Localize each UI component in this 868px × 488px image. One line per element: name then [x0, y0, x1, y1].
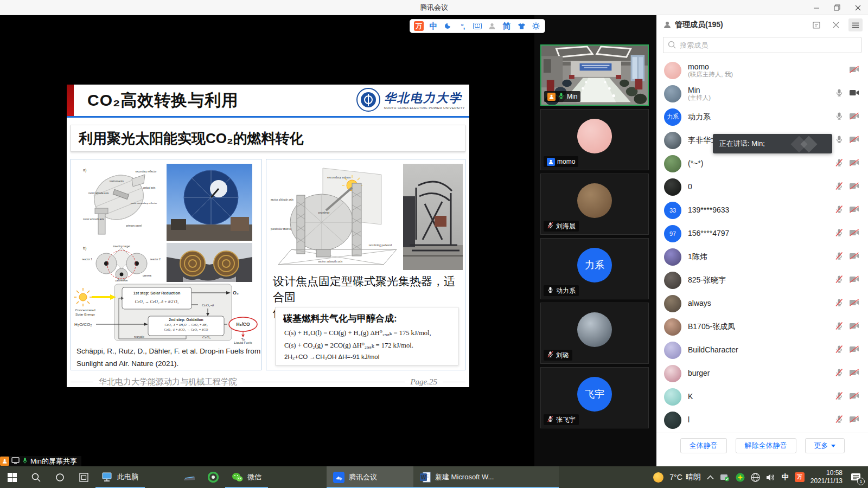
member-row[interactable]: 1陈炜 — [656, 245, 868, 268]
taskbar-clock[interactable]: 10:58 2021/11/13 — [810, 469, 843, 485]
member-camera-icon[interactable] — [849, 112, 859, 122]
member-mic-icon[interactable] — [835, 205, 844, 216]
sogou-tray-icon[interactable]: 万 — [795, 472, 805, 482]
video-tile[interactable]: 力系 动力系 — [540, 238, 649, 299]
member-row[interactable]: (*~*) — [656, 152, 868, 175]
member-row[interactable]: 0 — [656, 175, 868, 198]
video-tile[interactable]: 刘海晨 — [540, 174, 649, 235]
member-camera-icon[interactable] — [849, 206, 859, 215]
member-mic-icon[interactable] — [835, 391, 844, 402]
ime-chinese-mode-icon[interactable]: 中 — [429, 21, 438, 31]
member-row[interactable]: 33 139****9633 — [656, 198, 868, 222]
member-mic-icon[interactable] — [835, 182, 844, 192]
volume-tray-icon[interactable] — [766, 473, 776, 481]
member-row[interactable]: BuildCharacter — [656, 338, 868, 362]
member-mic-icon[interactable] — [835, 298, 844, 309]
member-camera-icon[interactable] — [849, 345, 859, 355]
member-row[interactable]: always — [656, 292, 868, 315]
ime-toolbar[interactable]: 万 中 °, 简 — [410, 19, 545, 33]
start-button[interactable] — [0, 466, 24, 488]
member-camera-icon[interactable] — [849, 369, 859, 378]
svg-text:revolving pedestal: revolving pedestal — [369, 243, 392, 247]
ime-simplified-icon[interactable]: 简 — [502, 21, 512, 31]
member-camera-icon[interactable] — [849, 275, 859, 285]
mute-all-button[interactable]: 全体静音 — [680, 438, 727, 453]
network-globe-tray-icon[interactable] — [751, 473, 760, 482]
member-camera-icon[interactable] — [849, 182, 859, 192]
caret-down-icon — [831, 445, 835, 447]
member-row[interactable]: Min (主持人) — [656, 82, 868, 105]
weather-sun-icon[interactable] — [653, 472, 663, 483]
member-camera-icon[interactable] — [849, 89, 859, 99]
panel-menu-icon[interactable] — [848, 18, 863, 31]
video-tile[interactable]: momo — [540, 109, 649, 170]
member-mic-icon[interactable] — [835, 112, 844, 123]
member-camera-icon[interactable] — [849, 322, 859, 332]
member-name: burger — [688, 369, 710, 377]
member-row[interactable]: 力系 动力系 — [656, 105, 868, 129]
member-avatar: 97 — [664, 225, 681, 242]
ime-punctuation-icon[interactable]: °, — [458, 21, 468, 31]
member-camera-icon[interactable] — [849, 66, 859, 75]
sogou-logo-icon[interactable]: 万 — [414, 21, 424, 31]
restore-button[interactable] — [827, 0, 847, 15]
close-button[interactable] — [847, 0, 868, 15]
member-camera-icon[interactable] — [849, 229, 859, 239]
video-tile[interactable]: 刘璐 — [540, 303, 649, 364]
member-mic-icon[interactable] — [835, 228, 844, 239]
taskbar-search-icon[interactable] — [24, 466, 48, 488]
member-mic-icon[interactable] — [835, 158, 844, 169]
member-camera-icon[interactable] — [849, 252, 859, 262]
task-view-icon[interactable] — [72, 466, 95, 488]
member-row[interactable]: momo (联席主持人, 我) — [656, 59, 868, 82]
ime-indicator[interactable]: 中 — [782, 472, 789, 482]
member-mic-icon[interactable] — [835, 415, 844, 426]
green-plus-tray-icon[interactable] — [736, 473, 745, 482]
member-mic-icon[interactable] — [835, 88, 844, 99]
close-panel-icon[interactable] — [829, 18, 843, 31]
member-mic-icon[interactable] — [835, 135, 844, 146]
member-camera-icon[interactable] — [849, 392, 859, 402]
member-row[interactable]: B1705-张成凤 — [656, 315, 868, 338]
member-row[interactable]: l — [656, 408, 868, 432]
member-avatar — [664, 132, 681, 149]
ime-fullhalf-moon-icon[interactable] — [443, 21, 453, 31]
cortana-icon[interactable] — [48, 466, 72, 488]
popout-panel-icon[interactable] — [809, 18, 824, 31]
ime-skin-icon[interactable] — [516, 21, 526, 31]
svg-text:Solar Energy: Solar Energy — [75, 312, 95, 316]
browser-360-icon[interactable] — [201, 466, 225, 488]
member-name: 156****4797 — [688, 229, 729, 237]
action-center-icon[interactable]: 1 — [848, 470, 863, 484]
video-tile[interactable]: Min — [540, 44, 649, 106]
scanner-app-icon[interactable] — [177, 466, 201, 488]
member-mic-icon[interactable] — [835, 275, 844, 286]
taskbar-word[interactable]: W 新建 Microsoft W... — [413, 466, 559, 488]
member-camera-icon[interactable] — [849, 415, 859, 425]
member-mic-icon[interactable] — [835, 345, 844, 356]
tray-expand-chevron-icon[interactable] — [707, 475, 714, 480]
taskbar-wechat[interactable]: 微信 — [225, 466, 268, 488]
taskbar-this-pc[interactable]: 此电脑 — [95, 466, 145, 488]
member-camera-icon[interactable] — [849, 159, 859, 169]
member-mic-icon[interactable] — [835, 368, 844, 379]
member-row[interactable]: K — [656, 385, 868, 408]
unmute-all-button[interactable]: 解除全体静音 — [736, 438, 796, 453]
member-row[interactable]: 97 156****4797 — [656, 222, 868, 245]
ime-keyboard-icon[interactable] — [473, 21, 482, 31]
taskbar-tencent-meeting[interactable]: 腾讯会议 — [327, 466, 413, 488]
member-mic-icon[interactable] — [835, 322, 844, 332]
video-tile[interactable]: 飞宇 张飞宇 — [540, 367, 649, 428]
member-row[interactable]: burger — [656, 362, 868, 385]
weather-widget[interactable]: 7°C晴朗 — [669, 472, 701, 482]
minimize-button[interactable] — [806, 0, 827, 15]
security-tray-icon[interactable] — [720, 473, 730, 481]
ime-settings-gear-icon[interactable] — [531, 21, 541, 31]
member-camera-icon[interactable] — [849, 136, 859, 145]
member-camera-icon[interactable] — [849, 299, 859, 309]
member-row[interactable]: 825-张晓宇 — [656, 268, 868, 292]
search-members-input[interactable] — [663, 37, 861, 53]
more-button[interactable]: 更多 — [805, 438, 845, 453]
member-mic-icon[interactable] — [835, 252, 844, 262]
ime-account-icon[interactable] — [487, 21, 497, 31]
